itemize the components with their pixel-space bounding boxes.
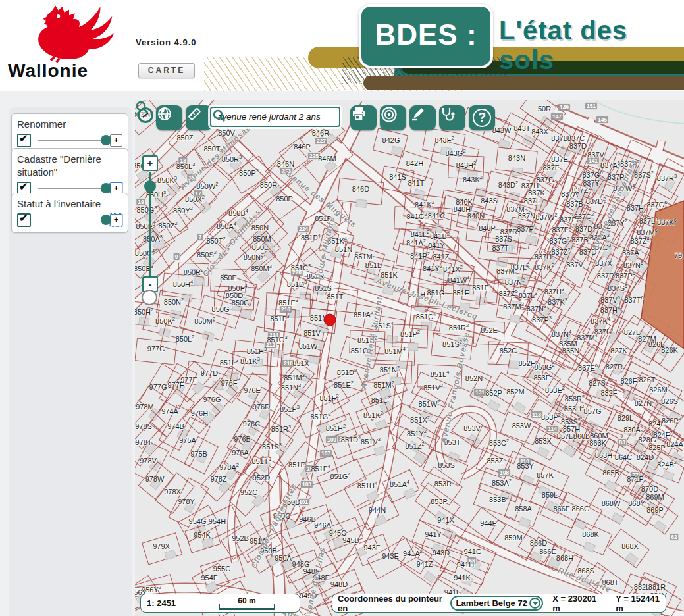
pencil-icon	[409, 105, 427, 122]
draw-button[interactable]	[409, 105, 436, 130]
crs-selected-value: Lambert Belge 72	[456, 598, 527, 608]
opacity-slider[interactable]	[38, 220, 109, 220]
target-circles-icon	[380, 105, 398, 124]
crs-select[interactable]: Lambert Belge 72	[450, 596, 544, 611]
layer-label: Cadastre "Dernière situation"	[17, 153, 122, 179]
map-canvas[interactable]: 2272252231315171979112242202162142122101…	[135, 100, 684, 616]
zoom-extent-button[interactable]	[142, 290, 157, 305]
layer-expand-button[interactable]: +	[110, 214, 122, 226]
scale-value: 1: 2451	[147, 598, 176, 608]
header: Wallonie Version 4.9.0 CARTE BDES : L'ét…	[0, 0, 684, 91]
header-stripe-brown	[363, 76, 684, 90]
wallonie-rooster-logo	[18, 3, 124, 63]
question-mark-icon: ?	[473, 109, 491, 127]
search-box	[210, 107, 340, 127]
zoom-slider-handle[interactable]	[144, 180, 156, 192]
locate-button[interactable]	[380, 105, 406, 130]
pointer-x-value: X = 230201 m	[552, 594, 602, 613]
measure-button[interactable]	[186, 105, 212, 130]
bdes-app: Wallonie Version 4.9.0 CARTE BDES : L'ét…	[0, 0, 684, 616]
layer-expand-button[interactable]: +	[110, 134, 122, 147]
scale-box: 1: 2451 60 m	[140, 594, 300, 613]
scale-bar-label: 60 m	[238, 596, 255, 605]
printer-icon	[350, 105, 367, 122]
layer-checkbox[interactable]: ✔	[17, 213, 31, 227]
opacity-slider-handle[interactable]	[101, 215, 111, 225]
coordinates-box: Coordonnées du pointeur en Lambert Belge…	[332, 594, 666, 613]
globe-icon	[156, 105, 173, 122]
help-button[interactable]: ?	[469, 105, 495, 130]
bdes-logo: BDES :	[359, 4, 493, 68]
wallonie-wordmark: Wallonie	[8, 61, 88, 82]
layers-sidebar: Renommer ✔ + Cadastre "Dernière situatio…	[9, 107, 132, 616]
bdes-tagline: L'état des sols	[499, 16, 684, 75]
version-label: Version 4.9.0	[136, 38, 197, 47]
layer-label: Statut à l'inventaire	[17, 197, 122, 211]
ruler-icon	[186, 105, 203, 122]
chevron-down-icon[interactable]	[529, 598, 540, 609]
carte-button[interactable]: CARTE	[138, 63, 195, 78]
search-result-marker	[324, 314, 336, 326]
opacity-slider[interactable]	[38, 188, 109, 189]
zoom-in-button[interactable]: +	[142, 155, 158, 171]
cadastral-map-layer	[135, 100, 684, 616]
zoom-box-icon[interactable]	[135, 100, 149, 115]
layer-panel-statut: Statut à l'inventaire ✔ +	[11, 193, 128, 233]
coordinates-label: Coordonnées du pointeur en	[338, 594, 446, 613]
search-input[interactable]	[216, 111, 339, 122]
globe-button[interactable]	[156, 105, 182, 130]
checkbox-checked-icon: ✔	[19, 132, 28, 145]
checkbox-checked-icon: ✔	[19, 212, 28, 224]
layer-label: Renommer	[17, 118, 122, 131]
opacity-slider[interactable]	[38, 140, 109, 141]
pointer-y-value: Y = 152441 m	[616, 594, 666, 613]
layer-checkbox[interactable]: ✔	[17, 134, 31, 147]
search-icon[interactable]	[211, 108, 227, 124]
layer-panel-renommer: Renommer ✔ +	[11, 113, 128, 153]
print-button[interactable]	[350, 105, 377, 130]
opacity-slider-handle[interactable]	[101, 135, 111, 145]
diagnostic-button[interactable]	[439, 105, 465, 130]
scale-bar: 60 m	[219, 596, 275, 610]
checkbox-checked-icon: ✔	[19, 180, 28, 193]
opacity-slider-handle[interactable]	[101, 183, 111, 193]
stethoscope-icon	[439, 105, 456, 122]
